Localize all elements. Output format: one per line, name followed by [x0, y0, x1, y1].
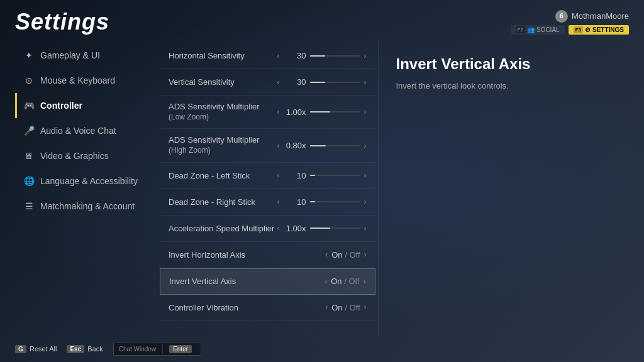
setting-label-dead-zone-right: Dead Zone - Right Stick: [169, 197, 277, 207]
setting-row-acceleration[interactable]: Acceleration Speed Multiplier ‹ 1.00x ›: [160, 216, 375, 242]
chevron-right-ads-low[interactable]: ›: [364, 107, 367, 116]
slider-track-horizontal-sensitivity[interactable]: [310, 55, 360, 57]
main-content: ✦ Gameplay & UI ⊙ Mouse & Keyboard 🎮 Con…: [0, 40, 644, 337]
chevron-left-ads-high[interactable]: ‹: [277, 141, 280, 150]
value-dead-zone-left: 10: [284, 171, 306, 180]
back-label: Back: [87, 345, 103, 353]
value-dead-zone-right: 10: [284, 197, 306, 207]
chevron-right-dead-zone-right[interactable]: ›: [364, 197, 367, 206]
chevron-right-invert-vertical[interactable]: ›: [364, 277, 366, 286]
setting-label-invert-vertical: Invert Vertical Axis: [169, 277, 278, 286]
chevron-right-vertical-sensitivity[interactable]: ›: [364, 78, 367, 87]
setting-control-horizontal-sensitivity: ‹ 30 ›: [277, 51, 367, 60]
sidebar-item-language[interactable]: 🌐 Language & Accessibility: [15, 168, 155, 194]
mouse-icon: ⊙: [24, 75, 34, 85]
value-vibration: On / Off: [331, 303, 360, 312]
slider-track-ads-low[interactable]: [310, 111, 360, 112]
sidebar-item-mouse[interactable]: ⊙ Mouse & Keyboard: [15, 68, 155, 93]
back-button[interactable]: Esc Back: [67, 345, 103, 353]
sidebar-item-video[interactable]: 🖥 Video & Graphics: [15, 143, 155, 168]
chevron-right-dead-zone-left[interactable]: ›: [364, 171, 367, 180]
slider-track-acceleration[interactable]: [310, 228, 360, 229]
matchmaking-icon: ☰: [24, 201, 34, 211]
username: MothmanMoore: [572, 11, 629, 21]
setting-row-ads-high[interactable]: ADS Sensitivity Multiplier(High Zoom) ‹ …: [160, 129, 375, 162]
sidebar-label-matchmaking: Matchmaking & Account: [40, 201, 135, 211]
setting-row-dead-zone-left[interactable]: Dead Zone - Left Stick ‹ 10 ›: [160, 163, 375, 189]
chevron-right-acceleration[interactable]: ›: [364, 224, 367, 233]
language-icon: 🌐: [24, 176, 34, 186]
setting-label-horizontal-sensitivity: Horizontal Sensitivity: [169, 51, 277, 60]
chat-input-area[interactable]: Chat Window Enter: [113, 342, 201, 356]
chevron-left-invert-vertical[interactable]: ‹: [325, 277, 327, 286]
chevron-right-ads-high[interactable]: ›: [364, 141, 367, 150]
value-horizontal-sensitivity: 30: [284, 51, 306, 60]
detail-description: Invert the vertical look controls.: [396, 80, 612, 92]
chevron-left-dead-zone-right[interactable]: ‹: [277, 197, 280, 206]
setting-label-ads-high: ADS Sensitivity Multiplier(High Zoom): [169, 135, 277, 155]
chevron-left-vertical-sensitivity[interactable]: ‹: [277, 78, 280, 87]
setting-control-vibration: ‹ On / Off ›: [279, 303, 367, 312]
setting-row-vibration[interactable]: Controller Vibration ‹ On / Off ›: [160, 295, 375, 321]
sidebar-label-language: Language & Accessibility: [40, 176, 138, 186]
tab-settings-label: SETTINGS: [592, 26, 624, 33]
chevron-left-acceleration[interactable]: ‹: [277, 224, 280, 233]
chevron-left-dead-zone-left[interactable]: ‹: [277, 171, 280, 180]
page-title: Settings: [15, 9, 109, 35]
footer: G Reset All Esc Back Chat Window Enter: [0, 337, 644, 362]
value-acceleration: 1.00x: [284, 224, 306, 233]
audio-icon: 🎤: [24, 126, 34, 136]
setting-control-invert-vertical: ‹ On / Off ›: [278, 277, 366, 286]
tab-settings-icon: ⚙: [585, 26, 591, 33]
chevron-left-horizontal-sensitivity[interactable]: ‹: [277, 52, 280, 60]
sidebar-item-audio[interactable]: 🎤 Audio & Voice Chat: [15, 118, 155, 143]
setting-row-ads-low[interactable]: ADS Sensitivity Multiplier(Low Zoom) ‹ 1…: [160, 96, 375, 129]
setting-control-ads-high: ‹ 0.80x ›: [277, 141, 367, 150]
reset-label: Reset All: [30, 345, 57, 353]
chevron-right-vibration[interactable]: ›: [364, 303, 367, 312]
value-ads-high: 0.80x: [284, 141, 306, 150]
enter-key: Enter: [169, 345, 192, 353]
chevron-left-vibration[interactable]: ‹: [325, 303, 328, 312]
value-invert-horizontal: On / Off: [331, 250, 360, 260]
reset-button[interactable]: G Reset All: [15, 345, 57, 353]
setting-label-acceleration: Acceleration Speed Multiplier: [169, 224, 277, 233]
setting-label-ads-low: ADS Sensitivity Multiplier(Low Zoom): [169, 102, 277, 122]
reset-key: G: [15, 345, 26, 353]
slider-track-dead-zone-left[interactable]: [310, 175, 360, 176]
value-invert-vertical: On / Off: [331, 277, 359, 286]
tab-social-icon: 👥: [527, 26, 535, 33]
slider-track-vertical-sensitivity[interactable]: [310, 82, 360, 83]
setting-control-dead-zone-right: ‹ 10 ›: [277, 197, 367, 207]
sidebar-item-gameplay[interactable]: ✦ Gameplay & UI: [15, 43, 155, 68]
sidebar-label-mouse: Mouse & Keyboard: [40, 75, 115, 85]
tab-social-key: F2: [516, 26, 525, 33]
setting-row-dead-zone-right[interactable]: Dead Zone - Right Stick ‹ 10 ›: [160, 189, 375, 216]
setting-label-dead-zone-left: Dead Zone - Left Stick: [169, 171, 277, 180]
chevron-right-horizontal-sensitivity[interactable]: ›: [364, 52, 367, 60]
setting-row-horizontal-sensitivity[interactable]: Horizontal Sensitivity ‹ 30 ›: [160, 43, 375, 69]
sidebar-item-matchmaking[interactable]: ☰ Matchmaking & Account: [15, 194, 155, 219]
tab-social-label: SOCIAL: [536, 26, 560, 33]
sidebar-label-controller: Controller: [40, 101, 82, 111]
header: Settings 6 MothmanMoore F2 👥 SOCIAL F3 ⚙…: [0, 0, 644, 40]
chevron-right-invert-horizontal[interactable]: ›: [364, 250, 367, 259]
setting-row-invert-vertical[interactable]: Invert Vertical Axis ‹ On / Off ›: [160, 268, 375, 295]
divider: [162, 344, 163, 354]
level-badge: 6: [555, 10, 568, 23]
chevron-left-invert-horizontal[interactable]: ‹: [325, 250, 328, 259]
slider-track-dead-zone-right[interactable]: [310, 201, 360, 202]
header-right: 6 MothmanMoore F2 👥 SOCIAL F3 ⚙ SETTINGS: [511, 10, 629, 35]
detail-panel: Invert Vertical Axis Invert the vertical…: [379, 40, 630, 337]
setting-row-vertical-sensitivity[interactable]: Vertical Sensitivity ‹ 30 ›: [160, 69, 375, 96]
setting-label-vertical-sensitivity: Vertical Sensitivity: [169, 77, 277, 87]
tab-settings[interactable]: F3 ⚙ SETTINGS: [569, 25, 629, 35]
sidebar-item-controller[interactable]: 🎮 Controller: [15, 93, 155, 118]
setting-control-dead-zone-left: ‹ 10 ›: [277, 171, 367, 180]
slider-track-ads-high[interactable]: [310, 145, 360, 146]
setting-row-invert-horizontal[interactable]: Invert Horizontal Axis ‹ On / Off ›: [160, 242, 375, 268]
gameplay-icon: ✦: [24, 50, 34, 60]
chevron-left-ads-low[interactable]: ‹: [277, 107, 280, 116]
tab-social[interactable]: F2 👥 SOCIAL: [511, 25, 565, 35]
nav-tabs: F2 👥 SOCIAL F3 ⚙ SETTINGS: [511, 25, 629, 35]
